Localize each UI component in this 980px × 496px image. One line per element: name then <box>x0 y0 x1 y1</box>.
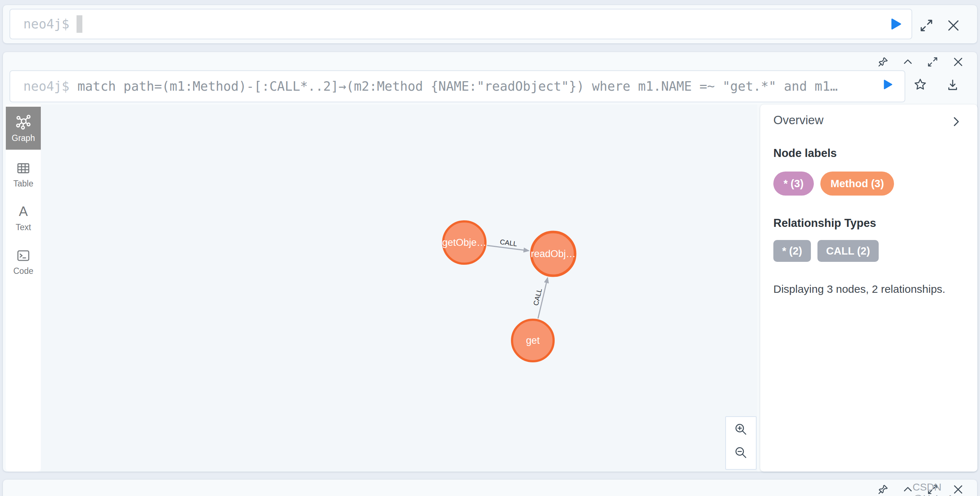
node-caption: getObje… <box>442 237 487 248</box>
query-prompt: neo4j$ <box>23 79 69 93</box>
node-label-pill-method[interactable]: Method (3) <box>820 171 894 196</box>
tab-text[interactable]: A Text <box>6 202 41 234</box>
chevron-right-icon <box>950 116 962 128</box>
svg-text:A: A <box>19 204 28 219</box>
result-view-sidebar: Graph Table A Text Code <box>6 105 41 472</box>
download-result-button[interactable] <box>946 78 959 91</box>
zoom-out-icon <box>733 445 748 460</box>
chevron-up-icon <box>902 56 914 68</box>
graph-canvas[interactable]: CALLCALLgetObje…readObj…get <box>41 105 757 472</box>
star-icon <box>913 78 927 91</box>
next-frame <box>3 480 977 496</box>
fullscreen-frame-button[interactable] <box>927 56 939 68</box>
tab-label: Graph <box>12 133 35 143</box>
node-label-pill-all[interactable]: * (3) <box>773 171 814 196</box>
relationship-label[interactable]: CALL <box>499 238 517 248</box>
overview-panel: Overview Node labels * (3) Method (3) Re… <box>760 105 977 472</box>
pin-frame-button[interactable] <box>877 483 889 495</box>
query-editor[interactable]: neo4j$ match path=(m1:Method)-[:CALL*..2… <box>10 70 905 102</box>
node-label-pills: * (3) Method (3) <box>773 171 894 196</box>
chevron-up-icon <box>902 483 914 495</box>
watermark: CSDN @HxLaAs <box>913 482 980 496</box>
zoom-controls <box>725 416 757 470</box>
favorite-query-button[interactable] <box>913 78 927 91</box>
tab-code[interactable]: Code <box>6 246 41 278</box>
collapse-panel-button[interactable] <box>950 116 962 128</box>
close-icon <box>952 56 964 68</box>
zoom-out-button[interactable] <box>733 445 748 460</box>
pin-frame-button[interactable] <box>877 56 889 68</box>
node-caption: get <box>526 335 540 346</box>
download-icon <box>946 78 959 91</box>
graph-icon <box>15 114 32 130</box>
relationship-pill-call[interactable]: CALL (2) <box>818 240 879 262</box>
rerun-query-button[interactable] <box>880 78 894 91</box>
tab-label: Text <box>16 222 31 232</box>
expand-icon <box>927 56 939 68</box>
collapse-frame-button[interactable] <box>902 483 914 495</box>
close-frame-button[interactable] <box>952 56 964 68</box>
query-text: match path=(m1:Method)-[:CALL*..2]→(m2:M… <box>77 79 837 93</box>
node-labels-heading: Node labels <box>773 147 837 160</box>
run-command-button[interactable] <box>887 16 903 32</box>
close-icon <box>946 18 961 33</box>
tab-label: Code <box>13 266 33 276</box>
node-caption: readObj… <box>531 248 576 259</box>
overview-title: Overview <box>773 113 824 127</box>
pin-icon <box>877 56 889 68</box>
pin-icon <box>877 483 889 495</box>
play-icon <box>887 16 903 32</box>
play-icon <box>880 78 894 91</box>
command-input[interactable]: neo4j$ <box>10 9 912 39</box>
graph-visualization-pane[interactable]: CALLCALLgetObje…readObj…get <box>41 105 757 472</box>
result-frame: neo4j$ match path=(m1:Method)-[:CALL*..2… <box>3 52 977 472</box>
zoom-in-button[interactable] <box>733 422 748 437</box>
close-command-button[interactable] <box>946 18 961 33</box>
relationship-pill-all[interactable]: * (2) <box>773 240 811 262</box>
tab-label: Table <box>13 179 33 189</box>
table-icon <box>16 161 31 176</box>
collapse-frame-button[interactable] <box>902 56 914 68</box>
tab-table[interactable]: Table <box>6 158 41 190</box>
expand-icon <box>919 18 934 33</box>
relationship-types-heading: Relationship Types <box>773 217 876 230</box>
tab-graph[interactable]: Graph <box>6 107 41 150</box>
overview-summary: Displaying 3 nodes, 2 relationships. <box>773 283 945 295</box>
command-prompt: neo4j$ <box>23 17 69 31</box>
command-bar-frame: neo4j$ <box>3 5 977 43</box>
text-cursor <box>76 15 83 33</box>
fullscreen-button[interactable] <box>919 18 934 33</box>
code-icon <box>16 248 31 263</box>
relationship-type-pills: * (2) CALL (2) <box>773 240 879 262</box>
text-icon: A <box>16 204 31 220</box>
zoom-in-icon <box>733 422 748 437</box>
